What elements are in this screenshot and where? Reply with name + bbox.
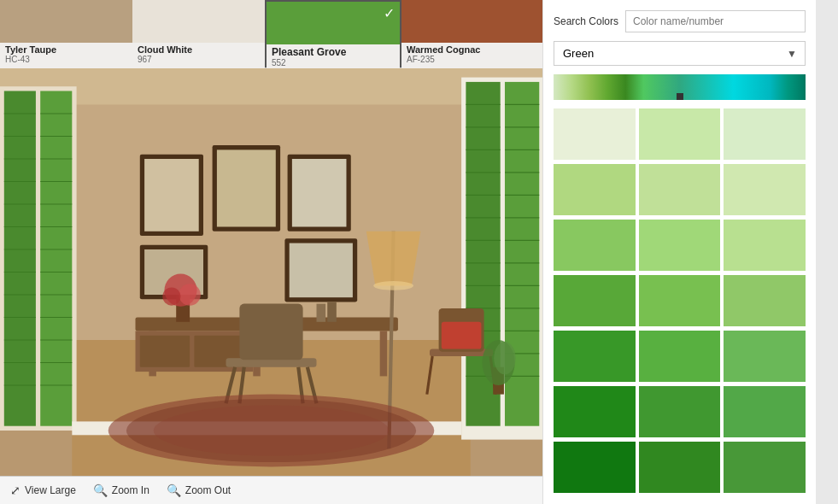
svg-rect-79	[140, 336, 190, 367]
left-panel: Tyler Taupe HC-43 WALL Cloud White 967 T…	[0, 0, 542, 504]
zoom-in-icon: 🔍	[93, 483, 108, 497]
svg-rect-73	[290, 243, 353, 298]
swatch-accent-color: ✓	[267, 2, 400, 44]
zoom-out-button[interactable]: 🔍 Zoom Out	[167, 483, 231, 497]
svg-rect-94	[317, 304, 326, 322]
swatch-trim[interactable]: Cloud White 967 TRIM	[132, 0, 265, 67]
color-cell[interactable]	[554, 442, 636, 493]
svg-rect-4	[0, 68, 542, 104]
svg-rect-82	[239, 304, 302, 360]
swatch-accent-wall-number: AF-235	[401, 55, 542, 67]
zoom-out-label: Zoom Out	[185, 484, 231, 496]
color-grid	[554, 108, 806, 494]
svg-rect-7	[40, 91, 72, 426]
color-cell[interactable]	[554, 275, 636, 326]
svg-rect-101	[442, 322, 482, 349]
swatch-accent-wall-color	[401, 0, 542, 43]
color-cell[interactable]	[724, 275, 806, 326]
bottom-controls: ⤢ View Large 🔍 Zoom In 🔍 Zoom Out	[0, 476, 542, 504]
color-cell[interactable]	[554, 331, 636, 382]
color-swatches: Tyler Taupe HC-43 WALL Cloud White 967 T…	[0, 0, 542, 68]
search-input[interactable]	[625, 10, 806, 32]
swatch-trim-number: 967	[132, 55, 265, 67]
swatch-wall[interactable]: Tyler Taupe HC-43 WALL	[0, 0, 132, 67]
svg-rect-95	[327, 302, 337, 321]
swatch-accent-wall-name: Warmed Cognac	[401, 43, 542, 55]
swatch-wall-name: Tyler Taupe	[0, 43, 132, 55]
swatch-wall-color	[0, 0, 132, 43]
view-large-icon: ⤢	[10, 483, 21, 497]
swatch-wall-number: HC-43	[0, 55, 132, 67]
color-family-dropdown[interactable]: Green Red Blue Yellow Orange Purple Pink…	[554, 41, 806, 66]
zoom-out-icon: 🔍	[167, 483, 181, 497]
swatch-trim-name: Cloud White	[132, 43, 265, 55]
view-large-button[interactable]: ⤢ View Large	[10, 483, 76, 497]
swatch-accent-name: Pleasant Grove	[267, 44, 400, 58]
search-row: Search Colors	[554, 10, 806, 32]
spectrum-indicator	[677, 93, 683, 100]
view-large-label: View Large	[25, 484, 76, 496]
svg-rect-67	[217, 149, 276, 226]
color-cell[interactable]	[724, 331, 806, 382]
color-cell[interactable]	[639, 386, 721, 437]
color-spectrum-bar[interactable]	[554, 74, 806, 100]
svg-point-98	[154, 405, 390, 455]
zoom-in-label: Zoom In	[112, 484, 149, 496]
color-cell[interactable]	[639, 220, 721, 271]
svg-point-106	[494, 342, 515, 374]
color-cell[interactable]	[724, 386, 806, 437]
selected-checkmark: ✓	[384, 5, 395, 21]
svg-point-93	[162, 288, 180, 306]
main-container: Tyler Taupe HC-43 WALL Cloud White 967 T…	[0, 0, 838, 504]
swatch-accent-wall[interactable]: Warmed Cognac AF-235 ACCENT WALL	[401, 0, 542, 67]
room-scene	[0, 68, 542, 476]
color-cell[interactable]	[639, 275, 721, 326]
color-cell[interactable]	[554, 386, 636, 437]
svg-rect-77	[380, 331, 387, 376]
color-cell[interactable]	[639, 164, 721, 215]
svg-point-92	[179, 284, 200, 305]
svg-point-89	[373, 281, 413, 290]
svg-marker-88	[366, 231, 421, 286]
svg-rect-65	[144, 159, 199, 231]
svg-rect-6	[4, 91, 36, 426]
color-cell[interactable]	[724, 108, 806, 160]
swatch-accent[interactable]: ✓ Pleasant Grove 552 ACCENT	[265, 0, 401, 67]
color-cell[interactable]	[554, 220, 636, 271]
color-cell[interactable]	[724, 164, 806, 215]
right-panel: Search Colors Green Red Blue Yellow Oran…	[542, 0, 816, 504]
search-label: Search Colors	[554, 15, 618, 27]
color-cell[interactable]	[554, 164, 636, 215]
color-cell[interactable]	[724, 220, 806, 271]
color-family-dropdown-wrapper: Green Red Blue Yellow Orange Purple Pink…	[554, 41, 806, 66]
room-image-container	[0, 68, 542, 476]
color-cell[interactable]	[639, 331, 721, 382]
svg-rect-69	[292, 159, 347, 227]
color-cell[interactable]	[639, 108, 721, 160]
zoom-in-button[interactable]: 🔍 Zoom In	[93, 483, 149, 497]
color-cell[interactable]	[639, 442, 721, 493]
color-cell[interactable]	[554, 108, 636, 160]
color-cell[interactable]	[724, 442, 806, 493]
swatch-trim-color	[132, 0, 265, 43]
